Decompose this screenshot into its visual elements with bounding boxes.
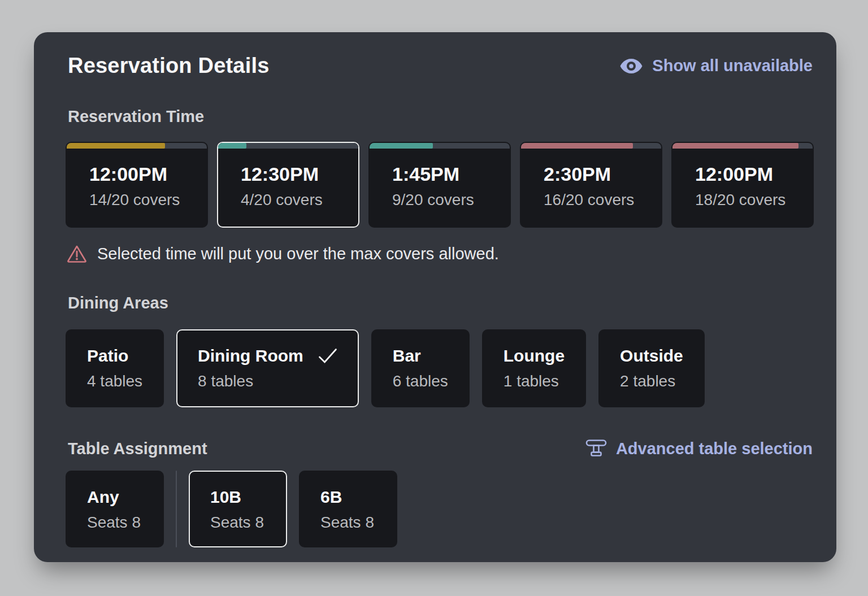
covers-progress-track — [521, 143, 661, 149]
eye-icon — [619, 58, 643, 75]
table-name: 6B — [320, 488, 376, 507]
table-seats: Seats 8 — [320, 514, 376, 532]
area-tables-count: 8 tables — [198, 372, 337, 390]
area-tables-count: 2 tables — [620, 372, 683, 390]
covers-progress-fill — [218, 143, 246, 149]
slot-time: 2:30PM — [544, 163, 661, 185]
dining-area-card[interactable]: Outside 2 tables — [598, 329, 705, 407]
area-tables-count: 4 tables — [87, 372, 142, 390]
dining-areas-section: Dining Areas Patio 4 tables Dining Room … — [55, 294, 815, 407]
table-name: 10B — [210, 488, 266, 507]
time-slot-card[interactable]: 1:45PM 9/20 covers — [368, 142, 511, 228]
dining-areas-label: Dining Areas — [55, 294, 815, 312]
table-assignment-header: Table Assignment Advanced table selectio… — [55, 439, 815, 458]
dining-area-list: Patio 4 tables Dining Room 8 tables Bar — [66, 329, 815, 407]
table-seats: Seats 8 — [87, 514, 142, 532]
time-slot-card[interactable]: 12:30PM 4/20 covers — [217, 142, 359, 228]
area-tables-count: 6 tables — [393, 372, 448, 390]
show-all-unavailable-label: Show all unavailable — [652, 56, 813, 75]
covers-progress-fill — [672, 143, 798, 149]
table-assignment-label: Table Assignment — [55, 440, 207, 458]
area-name: Outside — [620, 346, 683, 366]
table-name: Any — [87, 488, 142, 507]
covers-progress-fill — [370, 143, 433, 149]
covers-progress-fill — [67, 143, 165, 149]
covers-progress-track — [672, 143, 813, 149]
panel-header: Reservation Details Show all unavailable — [55, 54, 815, 78]
area-name: Bar — [393, 346, 421, 366]
page-title: Reservation Details — [55, 54, 270, 78]
advanced-table-selection-label: Advanced table selection — [616, 440, 813, 458]
area-tables-count: 1 tables — [504, 372, 565, 390]
slot-covers: 18/20 covers — [695, 191, 813, 209]
table-option-card[interactable]: 10B Seats 8 — [189, 471, 287, 547]
dining-area-card[interactable]: Bar 6 tables — [371, 329, 470, 407]
slot-time: 12:30PM — [241, 163, 358, 185]
table-assignment-list: Any Seats 8 10B Seats 8 6B Seats 8 — [66, 471, 815, 547]
area-name: Dining Room — [198, 346, 303, 366]
area-name: Lounge — [504, 346, 565, 366]
show-all-unavailable-button[interactable]: Show all unavailable — [619, 56, 815, 75]
covers-progress-track — [67, 143, 207, 149]
checkmark-icon — [318, 348, 337, 364]
slot-covers: 4/20 covers — [241, 191, 358, 209]
slot-time: 12:00PM — [695, 163, 813, 185]
table-seats: Seats 8 — [210, 514, 266, 532]
covers-progress-track — [218, 143, 358, 149]
max-covers-warning: Selected time will put you over the max … — [67, 245, 815, 263]
slot-covers: 14/20 covers — [89, 191, 207, 209]
covers-progress-track — [370, 143, 510, 149]
dining-area-card[interactable]: Lounge 1 tables — [482, 329, 586, 407]
reservation-time-label: Reservation Time — [55, 107, 815, 126]
warning-text: Selected time will put you over the max … — [97, 245, 499, 263]
dining-area-card[interactable]: Patio 4 tables — [66, 329, 164, 407]
slot-covers: 9/20 covers — [392, 191, 510, 209]
table-icon — [585, 439, 607, 458]
reservation-details-panel: Reservation Details Show all unavailable… — [34, 32, 836, 562]
slot-time: 12:00PM — [89, 163, 207, 185]
time-slot-card[interactable]: 12:00PM 14/20 covers — [66, 142, 208, 228]
table-option-card[interactable]: Any Seats 8 — [66, 471, 164, 547]
table-option-card[interactable]: 6B Seats 8 — [299, 471, 397, 547]
covers-progress-fill — [521, 143, 633, 149]
table-group-divider — [176, 471, 177, 547]
advanced-table-selection-button[interactable]: Advanced table selection — [585, 439, 815, 458]
reservation-time-section: Reservation Time 12:00PM 14/20 covers 12… — [55, 107, 815, 263]
time-slot-card[interactable]: 2:30PM 16/20 covers — [520, 142, 662, 228]
warning-triangle-icon — [67, 245, 87, 263]
dining-area-card[interactable]: Dining Room 8 tables — [176, 329, 359, 407]
slot-time: 1:45PM — [392, 163, 510, 185]
time-slot-card[interactable]: 12:00PM 18/20 covers — [671, 142, 814, 228]
slot-covers: 16/20 covers — [544, 191, 661, 209]
area-name: Patio — [87, 346, 128, 366]
time-slot-list: 12:00PM 14/20 covers 12:30PM 4/20 covers… — [66, 142, 815, 228]
